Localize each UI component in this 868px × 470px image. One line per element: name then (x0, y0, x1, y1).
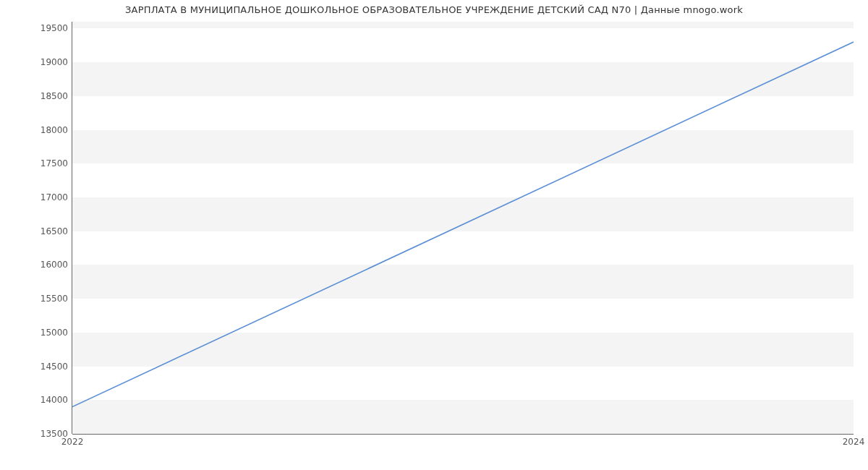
y-tick-label: 19500 (3, 23, 68, 33)
plot-area (72, 22, 854, 434)
x-tick-label: 2024 (843, 437, 865, 447)
y-axis-line (72, 22, 72, 434)
y-tick-label: 18500 (3, 91, 68, 101)
y-tick-label: 15000 (3, 328, 68, 338)
x-tick-label: 2022 (61, 437, 84, 447)
series-line (72, 42, 854, 407)
y-tick-label: 16500 (3, 226, 68, 236)
chart-line-layer (72, 22, 854, 434)
y-tick-label: 16000 (3, 260, 68, 270)
y-tick-label: 18000 (3, 125, 68, 135)
y-tick-label: 19000 (3, 57, 68, 67)
y-tick-label: 17500 (3, 158, 68, 168)
y-tick-label: 13500 (3, 429, 68, 439)
y-tick-label: 14500 (3, 362, 68, 372)
y-tick-label: 14000 (3, 395, 68, 405)
x-axis-line (72, 434, 854, 435)
chart-title: ЗАРПЛАТА В МУНИЦИПАЛЬНОЕ ДОШКОЛЬНОЕ ОБРА… (0, 4, 868, 15)
y-tick-label: 15500 (3, 294, 68, 304)
chart-container: ЗАРПЛАТА В МУНИЦИПАЛЬНОЕ ДОШКОЛЬНОЕ ОБРА… (0, 0, 868, 470)
y-tick-label: 17000 (3, 192, 68, 202)
